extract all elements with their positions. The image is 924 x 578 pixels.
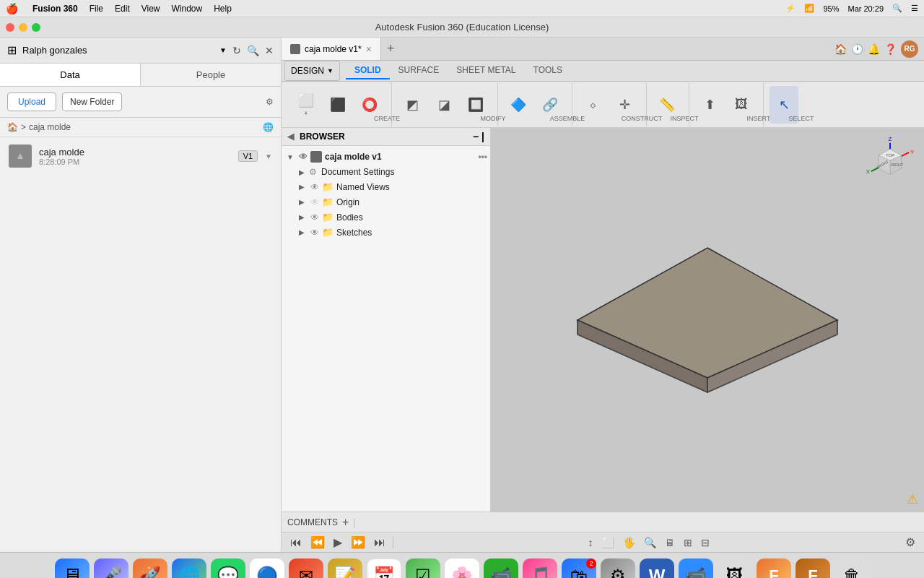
visibility-icon[interactable]: 👁	[309, 182, 321, 192]
dock-notefile[interactable]: 📝	[328, 558, 362, 579]
timeline-start-button[interactable]: ⏮	[287, 535, 305, 551]
menu-view[interactable]: View	[141, 4, 160, 14]
tree-origin[interactable]: ▶ 👁 📁 Origin	[282, 194, 490, 210]
dock-safari[interactable]: 🌐	[172, 558, 206, 579]
dock-photos[interactable]: 🌸	[445, 558, 479, 579]
viewcube[interactable]: Y X Z TOP RIGHT FRONT	[865, 137, 915, 187]
new-component-button[interactable]: 🔷	[504, 86, 533, 124]
dock-reminders[interactable]: ☑	[406, 558, 440, 579]
tab-solid[interactable]: SOLID	[346, 62, 390, 79]
dock-word[interactable]: W	[640, 558, 674, 579]
tree-bodies[interactable]: ▶ 👁 📁 Bodies	[282, 210, 490, 225]
expand-arrow[interactable]: ▶	[296, 228, 308, 236]
file-version[interactable]: V1	[238, 150, 258, 162]
chevron-down-icon[interactable]: ▼	[219, 46, 227, 54]
search-icon[interactable]: 🔍	[892, 4, 902, 13]
home-icon[interactable]: 🏠	[7, 122, 18, 132]
globe-icon[interactable]: 🌐	[263, 122, 274, 132]
display-settings-button[interactable]: 🖥	[662, 535, 678, 550]
dock-whatsapp[interactable]: 💬	[211, 558, 245, 579]
expand-arrow[interactable]: ▶	[296, 213, 308, 221]
visibility-icon[interactable]: 👁	[309, 197, 321, 207]
dock-calendar[interactable]: 📅	[367, 558, 401, 579]
user-name[interactable]: Ralph gonzales	[22, 45, 214, 56]
dock-siri[interactable]: 🎤	[94, 558, 128, 579]
minimize-window-button[interactable]	[19, 23, 27, 32]
timeline-prev-button[interactable]: ⏪	[308, 534, 328, 551]
file-item[interactable]: caja molde 8:28:09 PM V1 ▼	[0, 137, 281, 175]
orbit-icon[interactable]: 🖐	[620, 535, 638, 550]
dock-trash[interactable]: 🗑	[834, 558, 869, 579]
close-icon[interactable]: ✕	[265, 45, 274, 56]
dock-zoom[interactable]: 📹	[679, 558, 713, 579]
maximize-window-button[interactable]	[32, 23, 40, 32]
viewport[interactable]: Y X Z TOP RIGHT FRONT	[491, 128, 924, 512]
view-settings-button[interactable]: ⊟	[698, 535, 712, 550]
tab-data[interactable]: Data	[0, 64, 141, 86]
notification-bell-icon[interactable]: 🔔	[868, 43, 880, 55]
grid-settings-button[interactable]: ⊞	[681, 535, 695, 550]
menu-help[interactable]: Help	[214, 4, 232, 14]
dock-preview[interactable]: 🖼	[718, 558, 752, 579]
home-icon[interactable]: 🏠	[834, 43, 847, 55]
dock-fusion360a[interactable]: F	[757, 558, 791, 579]
tab-sheet-metal[interactable]: SHEET METAL	[448, 62, 524, 79]
zoom-icon[interactable]: 🔍	[641, 535, 659, 550]
tree-dot-icon[interactable]: •••	[478, 152, 487, 162]
wifi-icon[interactable]: 📶	[804, 4, 814, 13]
expand-arrow[interactable]: ▶	[296, 183, 308, 191]
expand-arrow[interactable]: ▶	[296, 198, 308, 206]
plane-button[interactable]: ⬦	[578, 86, 607, 124]
timeline-next-button[interactable]: ⏩	[348, 534, 368, 551]
timeline-settings-button[interactable]: ⚙	[902, 534, 918, 551]
dock-systemprefs[interactable]: ⚙	[601, 558, 635, 579]
dock-launchpad[interactable]: 🚀	[133, 558, 167, 579]
dock-finder[interactable]: 🖥	[55, 558, 90, 579]
extrude-button[interactable]: ⬛	[323, 86, 352, 124]
help-icon[interactable]: ❓	[884, 43, 897, 55]
tree-sketches[interactable]: ▶ 👁 📁 Sketches	[282, 225, 490, 240]
settings-icon[interactable]: ⚙	[266, 97, 274, 107]
tree-named-views[interactable]: ▶ 👁 📁 Named Views	[282, 179, 490, 194]
chamfer-button[interactable]: ◪	[430, 86, 458, 124]
chevron-down-icon[interactable]: ▼	[265, 152, 272, 160]
visibility-icon[interactable]: 👁	[297, 152, 309, 162]
browser-menu-button[interactable]: −	[473, 131, 479, 142]
expand-arrow[interactable]: ▶	[296, 168, 308, 176]
apple-menu[interactable]: 🍎	[6, 3, 18, 14]
search-icon[interactable]: 🔍	[247, 45, 259, 56]
tab-close-button[interactable]: ×	[366, 43, 372, 55]
user-avatar[interactable]: RG	[901, 40, 918, 58]
document-tab[interactable]: caja molde v1* ×	[282, 38, 381, 60]
warning-icon[interactable]: ⚠	[907, 491, 918, 507]
browser-pin-button[interactable]: |	[481, 131, 484, 142]
menu-window[interactable]: Window	[172, 4, 203, 14]
tab-surface[interactable]: SURFACE	[390, 62, 448, 79]
history-icon[interactable]: 🕐	[851, 43, 863, 55]
tab-tools[interactable]: TOOLS	[525, 62, 571, 79]
tree-root-item[interactable]: ▼ 👁 caja molde v1 •••	[282, 149, 490, 165]
add-tab-button[interactable]: +	[381, 41, 401, 56]
navigate-icon[interactable]: ↕	[585, 535, 596, 550]
bluetooth-icon[interactable]: ⚡	[785, 4, 796, 13]
menu-edit[interactable]: Edit	[115, 4, 130, 14]
timeline-play-button[interactable]: ▶	[331, 534, 345, 551]
dock-facetime[interactable]: 📹	[484, 558, 518, 579]
visibility-icon[interactable]: 👁	[309, 212, 321, 223]
add-comment-button[interactable]: +	[342, 516, 349, 529]
app-name[interactable]: Fusion 360	[32, 4, 78, 14]
dock-chrome[interactable]: 🔵	[250, 558, 284, 579]
tree-document-settings[interactable]: ▶ ⚙ Document Settings	[282, 165, 490, 179]
dock-appstore[interactable]: 🛍 2	[562, 558, 596, 579]
fillet-button[interactable]: ◩	[398, 86, 427, 124]
visibility-icon[interactable]: 👁	[309, 228, 321, 238]
notification-icon[interactable]: ☰	[911, 4, 918, 13]
create-sketch-button[interactable]: ⬜ +	[292, 86, 321, 124]
menu-file[interactable]: File	[90, 4, 103, 14]
tab-people[interactable]: People	[141, 64, 281, 86]
upload-button[interactable]: Upload	[7, 92, 56, 111]
close-window-button[interactable]	[6, 23, 14, 32]
insert-mesh-button[interactable]: ⬆	[695, 86, 724, 124]
grid-icon[interactable]: ⊞	[7, 43, 17, 57]
timeline-end-button[interactable]: ⏭	[371, 535, 388, 551]
